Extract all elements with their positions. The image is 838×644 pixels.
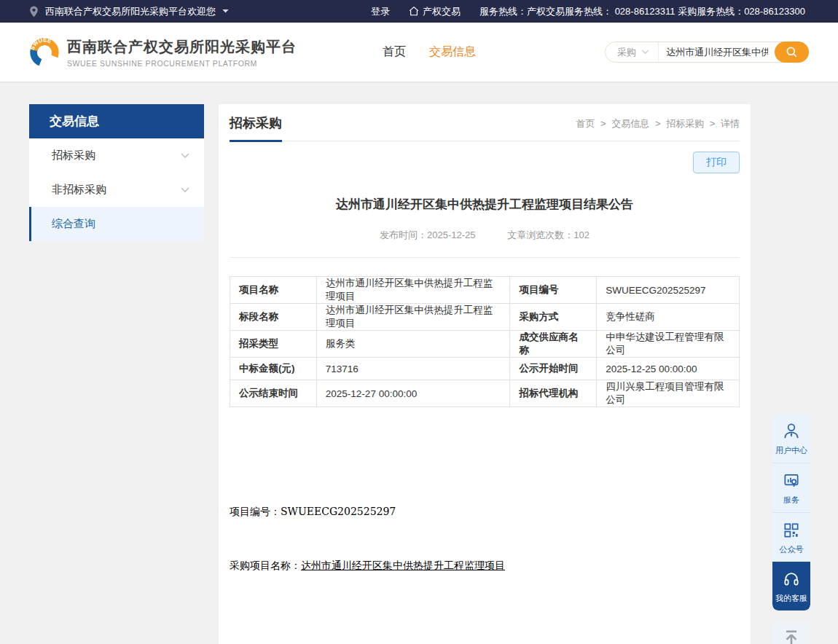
headset-icon (782, 570, 801, 589)
arrow-up-to-line-icon (781, 627, 802, 644)
table-value-cell: SWUEECG202525297 (597, 277, 740, 304)
table-value-cell: 达州市通川经开区集中供热提升工程监理项目 (316, 304, 510, 331)
project-name-link[interactable]: 达州市通川经开区集中供热提升工程监理项目 (301, 559, 505, 571)
service-chart-icon (782, 471, 801, 490)
table-label-cell: 招标代理机构 (510, 380, 597, 407)
official-account-button[interactable]: 公众号 (772, 512, 810, 562)
table-row: 招采类型 服务类 成交供应商名称 中申华达建设工程管理有限公司 (230, 331, 740, 358)
sidebar-item-bidding-procurement[interactable]: 招标采购 (29, 138, 204, 173)
project-info-table: 项目名称 达州市通川经开区集中供热提升工程监理项目 项目编号 SWUEECG20… (230, 276, 740, 407)
breadcrumb-trade-info[interactable]: 交易信息 (611, 118, 649, 129)
sidebar-item-label: 非招标采购 (52, 183, 106, 197)
table-row: 标段名称 达州市通川经开区集中供热提升工程监理项目 采购方式 竞争性磋商 (230, 304, 740, 331)
table-value-cell: 竞争性磋商 (597, 304, 740, 331)
user-icon (782, 422, 801, 441)
floating-menu: 用户中心 服务 公众号 我的客服 (772, 414, 810, 610)
breadcrumb-bidding[interactable]: 招标采购 (666, 118, 704, 129)
table-row: 公示结束时间 2025-12-27 00:00:00 招标代理机构 四川兴泉工程… (230, 380, 740, 407)
breadcrumb-detail: 详情 (721, 118, 740, 129)
search-category-value: 采购 (617, 46, 636, 59)
table-row: 中标金额(元) 713716 公示开始时间 2025-12-25 00:00:0… (230, 358, 740, 380)
section-title: 招标采购 (230, 114, 282, 141)
hotline-text: 服务热线：产权交易服务热线： 028-86123311 采购服务热线：028-8… (479, 5, 805, 18)
nav-trade-info[interactable]: 交易信息 (429, 44, 476, 60)
print-button[interactable]: 打印 (693, 152, 740, 173)
property-trade-link[interactable]: 产权交易 (409, 5, 461, 18)
chevron-down-icon (641, 50, 649, 55)
topbar: 西南联合产权交易所阳光采购平台欢迎您 登录 产权交易 服务热线：产权交易服务热线… (0, 0, 838, 23)
chevron-down-icon (181, 187, 189, 193)
divider (230, 257, 740, 258)
main-nav: 首页 交易信息 (383, 44, 476, 60)
table-label-cell: 采购方式 (510, 304, 597, 331)
article-meta: 发布时间：2025-12-25 文章浏览次数：102 (230, 229, 740, 242)
search-button[interactable] (775, 42, 809, 63)
table-label-cell: 成交供应商名称 (510, 331, 597, 358)
table-label-cell: 标段名称 (230, 304, 317, 331)
search-category-select[interactable]: 采购 (606, 42, 659, 62)
table-value-cell: 2025-12-27 00:00:00 (316, 380, 510, 407)
table-label-cell: 项目名称 (230, 277, 317, 304)
sidebar-item-comprehensive-query[interactable]: 综合查询 (29, 207, 204, 241)
project-number-line: 项目编号：SWUEECG202525297 (230, 503, 740, 521)
sidebar-title: 交易信息 (29, 104, 204, 138)
breadcrumb-separator: > (655, 118, 661, 129)
home-icon (409, 7, 419, 16)
project-name-line: 采购项目名称：达州市通川经开区集中供热提升工程监理项目 (230, 557, 740, 575)
customer-service-button[interactable]: 我的客服 (772, 562, 810, 610)
user-center-label: 用户中心 (775, 445, 807, 456)
table-row: 项目名称 达州市通川经开区集中供热提升工程监理项目 项目编号 SWUEECG20… (230, 277, 740, 304)
caret-down-icon (222, 9, 229, 13)
sidebar-item-label: 招标采购 (52, 149, 95, 162)
sidebar-item-non-bidding-procurement[interactable]: 非招标采购 (29, 173, 204, 207)
breadcrumb-separator: > (710, 118, 716, 129)
customer-service-label: 我的客服 (775, 593, 807, 604)
section-head: 招标采购 首页 > 交易信息 > 招标采购 > 详情 (230, 104, 740, 141)
user-center-button[interactable]: 用户中心 (772, 414, 810, 463)
article-title: 达州市通川经开区集中供热提升工程监理项目结果公告 (230, 196, 740, 213)
service-label: 服务 (783, 495, 799, 506)
brand[interactable]: SWUEE 西南联合产权交易所阳光采购平台 SWUEE SUNSHINE PRO… (29, 37, 297, 68)
sidebar-item-label: 综合查询 (52, 217, 95, 231)
search-bar: 采购 (605, 42, 809, 63)
table-value-cell: 2025-12-25 00:00:00 (597, 358, 740, 380)
table-label-cell: 公示开始时间 (510, 358, 597, 380)
property-trade-label: 产权交易 (423, 5, 461, 18)
site-subtitle: SWUEE SUNSHINE PROCUREMENT PLATFORM (67, 59, 297, 68)
breadcrumb-home[interactable]: 首页 (576, 118, 595, 129)
qrcode-icon (782, 521, 801, 540)
welcome-text: 西南联合产权交易所阳光采购平台欢迎您 (45, 5, 216, 18)
site-switcher[interactable]: 西南联合产权交易所阳光采购平台欢迎您 (45, 5, 229, 18)
main-panel: 招标采购 首页 > 交易信息 > 招标采购 > 详情 打印 达州市通川经开区集中… (219, 104, 751, 644)
table-value-cell: 达州市通川经开区集中供热提升工程监理项目 (316, 277, 510, 304)
nav-home[interactable]: 首页 (383, 44, 406, 60)
table-value-cell: 713716 (316, 358, 510, 380)
search-input[interactable] (659, 47, 775, 58)
publish-time: 发布时间：2025-12-25 (380, 229, 476, 240)
official-account-label: 公众号 (780, 544, 804, 555)
service-button[interactable]: 服务 (772, 463, 810, 512)
table-label-cell: 中标金额(元) (230, 358, 317, 380)
site-logo: SWUEE (29, 37, 60, 68)
header: SWUEE 西南联合产权交易所阳光采购平台 SWUEE SUNSHINE PRO… (0, 23, 838, 82)
article-body: 项目编号：SWUEECG202525297 采购项目名称：达州市通川经开区集中供… (230, 431, 740, 644)
location-pin-icon (29, 6, 39, 17)
chevron-down-icon (181, 153, 189, 159)
table-value-cell: 中申华达建设工程管理有限公司 (597, 331, 740, 358)
table-label-cell: 项目编号 (510, 277, 597, 304)
breadcrumb: 首页 > 交易信息 > 招标采购 > 详情 (576, 117, 740, 141)
table-label-cell: 公示结束时间 (230, 380, 317, 407)
login-link[interactable]: 登录 (371, 5, 390, 18)
breadcrumb-separator: > (600, 118, 606, 129)
view-count: 文章浏览次数：102 (507, 229, 590, 240)
sidebar: 交易信息 招标采购 非招标采购 综合查询 (29, 104, 204, 241)
site-title: 西南联合产权交易所阳光采购平台 (67, 37, 297, 57)
table-value-cell: 服务类 (316, 331, 510, 358)
table-label-cell: 招采类型 (230, 331, 317, 358)
search-icon (785, 45, 799, 59)
back-to-top-button[interactable] (772, 621, 810, 644)
table-value-cell: 四川兴泉工程项目管理有限公司 (597, 380, 740, 407)
